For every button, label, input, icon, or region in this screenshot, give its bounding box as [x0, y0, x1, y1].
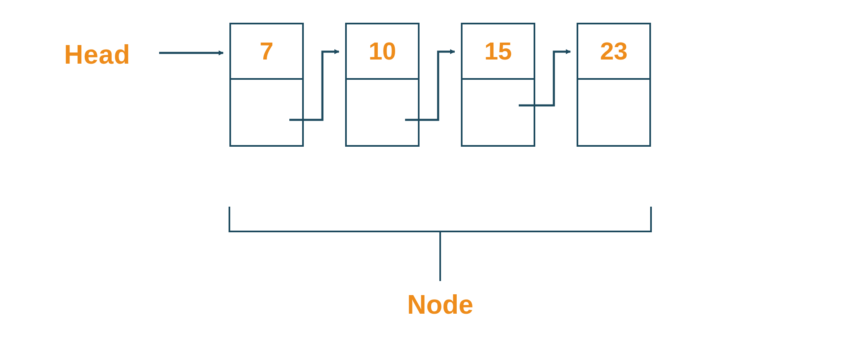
link-arrow-1 — [405, 52, 455, 120]
link-arrow-0 — [289, 52, 339, 120]
node-label: Node — [407, 289, 473, 320]
link-arrow-2 — [519, 52, 570, 105]
linked-list-diagram: Head 7 10 15 23 — [0, 0, 868, 348]
node-bracket — [229, 207, 651, 281]
